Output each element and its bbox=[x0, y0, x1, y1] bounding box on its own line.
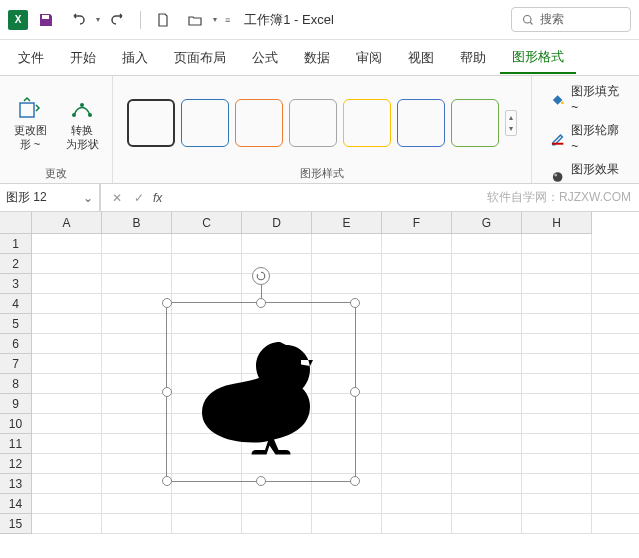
qat-overflow-icon[interactable]: ≡ bbox=[225, 15, 230, 25]
cell[interactable] bbox=[32, 354, 102, 374]
cell[interactable] bbox=[522, 454, 592, 474]
cell[interactable] bbox=[102, 414, 172, 434]
cell[interactable] bbox=[452, 294, 522, 314]
cell[interactable] bbox=[172, 274, 242, 294]
cell[interactable] bbox=[452, 474, 522, 494]
cell[interactable] bbox=[382, 294, 452, 314]
cell[interactable] bbox=[592, 514, 639, 534]
cell[interactable] bbox=[522, 334, 592, 354]
col-header[interactable]: G bbox=[452, 212, 522, 234]
resize-handle-tm[interactable] bbox=[256, 298, 266, 308]
row-header[interactable]: 8 bbox=[0, 374, 32, 394]
tab-page-layout[interactable]: 页面布局 bbox=[162, 43, 238, 73]
cell[interactable] bbox=[522, 354, 592, 374]
resize-handle-tr[interactable] bbox=[350, 298, 360, 308]
cell[interactable] bbox=[312, 274, 382, 294]
tab-view[interactable]: 视图 bbox=[396, 43, 446, 73]
resize-handle-tl[interactable] bbox=[162, 298, 172, 308]
cell[interactable] bbox=[102, 274, 172, 294]
cell[interactable] bbox=[102, 234, 172, 254]
row-header[interactable]: 5 bbox=[0, 314, 32, 334]
cell[interactable] bbox=[32, 394, 102, 414]
row-header[interactable]: 4 bbox=[0, 294, 32, 314]
change-shape-button[interactable]: 更改图 形 ~ bbox=[6, 91, 54, 156]
row-header[interactable]: 11 bbox=[0, 434, 32, 454]
cell[interactable] bbox=[32, 494, 102, 514]
cell[interactable] bbox=[452, 274, 522, 294]
cell[interactable] bbox=[452, 254, 522, 274]
cell[interactable] bbox=[452, 454, 522, 474]
undo-button[interactable] bbox=[64, 6, 92, 34]
cell[interactable] bbox=[592, 334, 639, 354]
cell[interactable] bbox=[32, 434, 102, 454]
cell[interactable] bbox=[452, 374, 522, 394]
cell[interactable] bbox=[382, 394, 452, 414]
row-header[interactable]: 10 bbox=[0, 414, 32, 434]
shape-fill-button[interactable]: 图形填充 ~ bbox=[544, 80, 633, 117]
cell[interactable] bbox=[312, 254, 382, 274]
cell[interactable] bbox=[242, 494, 312, 514]
cell[interactable] bbox=[382, 414, 452, 434]
col-header[interactable]: D bbox=[242, 212, 312, 234]
resize-handle-bl[interactable] bbox=[162, 476, 172, 486]
open-chevron-icon[interactable]: ▾ bbox=[213, 15, 217, 24]
cell[interactable] bbox=[312, 514, 382, 534]
col-header[interactable]: B bbox=[102, 212, 172, 234]
cell[interactable] bbox=[522, 434, 592, 454]
cell[interactable] bbox=[522, 494, 592, 514]
cell[interactable] bbox=[32, 514, 102, 534]
cell[interactable] bbox=[102, 334, 172, 354]
tab-help[interactable]: 帮助 bbox=[448, 43, 498, 73]
cell[interactable] bbox=[32, 314, 102, 334]
fx-icon[interactable]: fx bbox=[153, 191, 162, 205]
cell[interactable] bbox=[382, 354, 452, 374]
cell[interactable] bbox=[382, 494, 452, 514]
tab-insert[interactable]: 插入 bbox=[110, 43, 160, 73]
cell[interactable] bbox=[32, 254, 102, 274]
cell[interactable] bbox=[452, 414, 522, 434]
cell[interactable] bbox=[592, 454, 639, 474]
name-box[interactable]: 图形 12 ⌄ bbox=[0, 184, 100, 211]
cell[interactable] bbox=[32, 414, 102, 434]
cell[interactable] bbox=[32, 454, 102, 474]
cell[interactable] bbox=[452, 514, 522, 534]
cell[interactable] bbox=[592, 314, 639, 334]
cell[interactable] bbox=[102, 474, 172, 494]
row-header[interactable]: 15 bbox=[0, 514, 32, 534]
cell[interactable] bbox=[522, 274, 592, 294]
col-header[interactable]: F bbox=[382, 212, 452, 234]
formula-input[interactable] bbox=[168, 184, 639, 211]
cell[interactable] bbox=[32, 334, 102, 354]
cell[interactable] bbox=[592, 414, 639, 434]
cell[interactable] bbox=[242, 234, 312, 254]
undo-chevron-icon[interactable]: ▾ bbox=[96, 15, 100, 24]
accept-formula-button[interactable]: ✓ bbox=[129, 191, 149, 205]
convert-to-shape-button[interactable]: 转换 为形状 bbox=[58, 91, 106, 156]
row-header[interactable]: 13 bbox=[0, 474, 32, 494]
cell[interactable] bbox=[172, 234, 242, 254]
cell[interactable] bbox=[382, 314, 452, 334]
row-header[interactable]: 1 bbox=[0, 234, 32, 254]
cell[interactable] bbox=[312, 234, 382, 254]
cell[interactable] bbox=[32, 234, 102, 254]
resize-handle-ml[interactable] bbox=[162, 387, 172, 397]
row-header[interactable]: 14 bbox=[0, 494, 32, 514]
cell[interactable] bbox=[32, 294, 102, 314]
style-swatch-3[interactable] bbox=[235, 99, 283, 147]
cell[interactable] bbox=[452, 234, 522, 254]
selected-shape[interactable] bbox=[166, 302, 356, 482]
cell[interactable] bbox=[102, 434, 172, 454]
cell[interactable] bbox=[172, 254, 242, 274]
shape-outline-button[interactable]: 图形轮廓 ~ bbox=[544, 119, 633, 156]
cell[interactable] bbox=[32, 374, 102, 394]
cell[interactable] bbox=[522, 254, 592, 274]
cell[interactable] bbox=[102, 494, 172, 514]
cell[interactable] bbox=[382, 274, 452, 294]
tab-file[interactable]: 文件 bbox=[6, 43, 56, 73]
cell[interactable] bbox=[102, 454, 172, 474]
cell[interactable] bbox=[172, 494, 242, 514]
row-header[interactable]: 7 bbox=[0, 354, 32, 374]
cell[interactable] bbox=[592, 474, 639, 494]
style-swatch-4[interactable] bbox=[289, 99, 337, 147]
style-gallery-expand[interactable]: ▴ ▾ bbox=[505, 110, 517, 136]
